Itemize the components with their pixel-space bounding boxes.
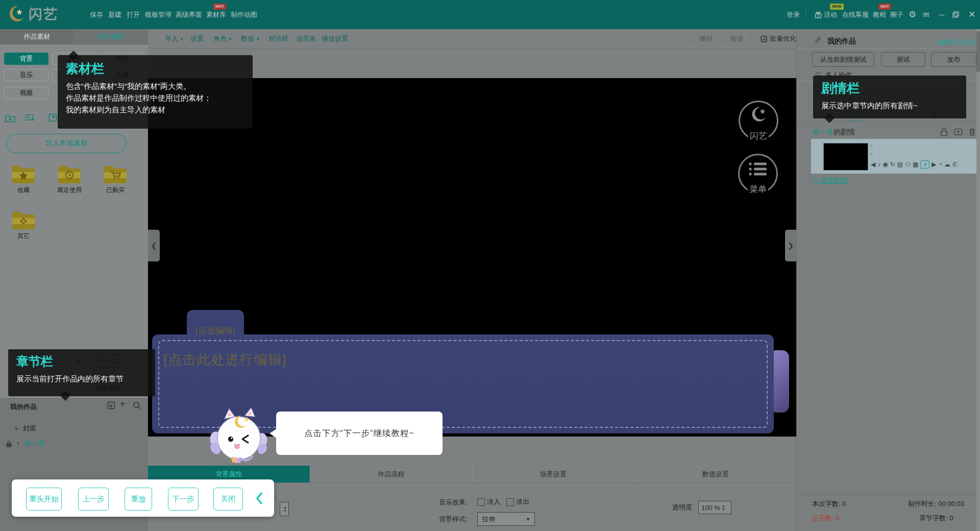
import-local-material-button[interactable]: 导入本地素材 <box>6 134 127 153</box>
chevron-down-icon: ▼ <box>526 517 530 522</box>
tree-item-cover[interactable]: ▶ 封面 <box>15 424 36 433</box>
folder-favorites[interactable]: 收藏 <box>5 165 42 195</box>
opacity-stepper[interactable]: 100 % ▲▼ <box>698 501 731 514</box>
bg-style-value: 拉伸 <box>482 515 495 524</box>
music-effect-label: 音乐效果: <box>439 498 468 507</box>
mascot-speech-bubble: 点击下方“下一步”继续教程~ <box>276 412 443 455</box>
moon-star-icon <box>749 105 768 125</box>
toolbar-settings[interactable]: 设置 <box>190 29 204 49</box>
lock-icon[interactable] <box>940 128 948 136</box>
plot-thumbnail <box>823 143 868 171</box>
new-folder-icon[interactable] <box>5 113 15 123</box>
app-logo[interactable]: 闪艺 <box>7 4 58 25</box>
close-button[interactable]: ✕ <box>968 0 975 29</box>
top-bar: 闪艺 保存 新建 打开 模板管理 高级界面 素材库 HOT 制作动图 登录 活动… <box>0 0 980 29</box>
fade-in-checkbox[interactable]: 淡入 <box>477 497 500 506</box>
toolbar-progress-bar[interactable]: 进度条 <box>296 29 316 49</box>
folder-recent[interactable]: 最近使用 <box>51 165 88 195</box>
import-work-icon[interactable] <box>107 401 115 409</box>
category-music[interactable]: 音乐 <box>4 69 48 81</box>
collapse-right-panel-handle[interactable]: ❯ <box>785 230 796 261</box>
collapse-tutorial-chevron[interactable] <box>256 492 263 505</box>
menu-template-manage[interactable]: 模板管理 <box>145 0 172 29</box>
add-plot-link[interactable]: > 添加剧情 <box>814 176 848 185</box>
minimize-button[interactable]: ─ <box>939 0 945 29</box>
export-file-icon[interactable] <box>48 113 59 123</box>
folder-other[interactable]: 其它 <box>5 211 42 240</box>
stage-canvas[interactable]: 闪艺 菜单 [点击编辑] [点击此处进行编辑] <box>148 78 796 437</box>
monitor-icon: ▦ <box>913 161 918 168</box>
canvas-menu-button[interactable]: 菜单 <box>738 154 778 194</box>
tooltip-title: 章节栏 <box>16 353 147 370</box>
scrollbar-track[interactable] <box>976 29 980 531</box>
tooltip-line: 展示选中章节内的所有剧情~ <box>821 100 958 111</box>
settings-gear-icon[interactable]: ⚙ <box>909 0 916 29</box>
fade-out-checkbox[interactable]: 淡出 <box>506 497 529 506</box>
music-note-icon: ♪ <box>877 161 880 168</box>
fade-out-label: 淡出 <box>516 497 529 506</box>
sort-list-icon[interactable] <box>24 113 35 123</box>
tree-item-chapter1[interactable]: ▼ 第一章 <box>6 439 44 448</box>
toolbar-dialog-box[interactable]: 对话框 <box>268 29 288 49</box>
tab-scene-settings[interactable]: 场景设置 <box>472 466 634 482</box>
folder-purchased[interactable]: 已购买 <box>96 165 134 195</box>
test-button[interactable]: 测试 <box>881 52 925 67</box>
test-from-current-plot-button[interactable]: 从当前剧情测试 <box>812 52 874 67</box>
weather-icon: ☁ <box>944 161 950 168</box>
redo-icon: ↻ <box>890 161 895 168</box>
menu-advanced-ui[interactable]: 高级界面 <box>176 0 202 29</box>
menu-online-support[interactable]: 在线客服 <box>842 0 869 29</box>
add-folder-icon[interactable] <box>954 128 963 136</box>
toolbar-import[interactable]: 导入▼ <box>165 29 184 49</box>
tree-item-label: 第一章 <box>24 439 44 448</box>
stat-total-words: 总字数: 0 <box>812 514 839 523</box>
next-step-button[interactable]: 下一步 <box>168 488 199 511</box>
menu-community[interactable]: 圈子 <box>890 0 903 29</box>
replay-button[interactable]: 重放 <box>125 488 152 511</box>
search-icon[interactable] <box>133 401 141 409</box>
edit-work-info-link[interactable]: 编辑作品信息 <box>937 38 975 47</box>
toolbar-numeric[interactable]: 数值▼ <box>241 29 260 49</box>
new-badge: NEW <box>830 4 844 10</box>
hidden-stepper[interactable]: ▲▼ <box>280 502 289 516</box>
plot-list-item-selected[interactable]: - - ◀ ♪ ◉ ↻ ▤ ⚇ ▦ 4 ▶ ◔ ☁ ✆ <box>811 139 977 174</box>
clock-icon: ◔ <box>938 161 942 168</box>
arrow-left-icon: ← <box>690 35 697 43</box>
close-tutorial-button[interactable]: 关闭 <box>213 488 243 511</box>
previous-step-button[interactable]: 上一步 <box>78 488 109 511</box>
publish-button[interactable]: 发布 <box>931 52 976 67</box>
mail-icon[interactable]: ✉ <box>923 0 929 29</box>
menu-make-gif[interactable]: 制作动图 <box>231 0 257 29</box>
tooltip-line: 我的素材则为自主导入的素材 <box>66 104 244 115</box>
menu-list-icon <box>748 161 768 177</box>
tab-numeric-settings[interactable]: 数值设置 <box>634 466 796 482</box>
category-video[interactable]: 视频 <box>4 87 48 99</box>
toolbar-character[interactable]: 角色▼ <box>213 29 232 49</box>
tab-my-materials[interactable]: 我的素材 <box>74 29 148 44</box>
batch-optimize-button[interactable]: 批量优化 <box>761 29 796 49</box>
stat-chapter-words: 章节字数: 0 <box>919 514 953 523</box>
work-title: 我的作品 <box>827 37 856 46</box>
tab-work-flow[interactable]: 作品流程 <box>310 466 472 482</box>
phone-icon: ✆ <box>952 161 958 168</box>
menu-open[interactable]: 打开 <box>127 0 140 29</box>
login-button[interactable]: 登录 <box>787 0 800 29</box>
collapse-left-panel-handle[interactable]: ❮ <box>148 230 160 261</box>
maximize-button[interactable] <box>952 0 959 29</box>
tooltip-plot-bar: 剧情栏 展示选中章节内的所有剧情~ <box>813 76 966 118</box>
tooltip-title: 剧情栏 <box>821 80 958 96</box>
tooltip-line: 作品素材是作品制作过程中使用过的素材； <box>66 92 244 104</box>
undo-button[interactable]: ←撤销 <box>690 29 713 49</box>
redo-button[interactable]: →前进 <box>721 29 743 49</box>
stat-session-words: 本次字数: 0 <box>812 499 846 509</box>
add-work-icon[interactable]: + <box>119 398 126 410</box>
category-background[interactable]: 背景 <box>4 53 48 65</box>
scrollbar-thumb[interactable] <box>976 31 980 72</box>
toolbar-play-settings[interactable]: 播放设置 <box>322 29 348 49</box>
menu-new[interactable]: 新建 <box>108 0 121 29</box>
menu-save[interactable]: 保存 <box>90 0 103 29</box>
tab-work-materials[interactable]: 作品素材 <box>0 29 74 44</box>
bg-style-select[interactable]: 拉伸 ▼ <box>477 512 535 526</box>
trash-icon[interactable] <box>968 128 976 136</box>
restart-tutorial-button[interactable]: 重头开始 <box>26 488 62 511</box>
